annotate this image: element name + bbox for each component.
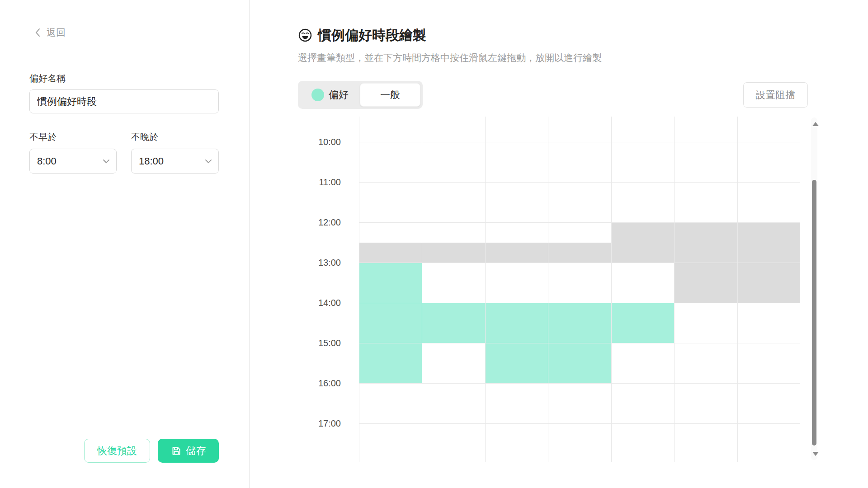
- time-label: 15:00: [309, 338, 341, 348]
- schedule-cell-preferred[interactable]: [422, 303, 485, 343]
- grid-hour-line: [359, 343, 800, 343]
- schedule-cell-general[interactable]: [359, 243, 422, 263]
- schedule-grid-canvas: [359, 117, 800, 462]
- pen-type-toggle: 偏好 一般: [298, 81, 423, 109]
- pen-option-general[interactable]: 一般: [360, 83, 420, 107]
- grid-column-line: [737, 117, 738, 462]
- save-label: 儲存: [186, 444, 206, 458]
- save-icon: [171, 446, 182, 456]
- not-earlier-select[interactable]: 8:00: [29, 149, 117, 174]
- chevron-left-icon: [35, 28, 40, 37]
- schedule-cell-general[interactable]: [485, 243, 548, 263]
- page-title: 慣例偏好時段繪製: [318, 26, 426, 45]
- grid-hour-line: [359, 182, 800, 183]
- save-button[interactable]: 儲存: [158, 439, 219, 463]
- app-root: 返回 偏好名稱 不早於 不晚於 8:00 18:00 恢復預設 儲存 慣例偏好時…: [0, 0, 868, 488]
- grid-column-line: [485, 117, 486, 462]
- grid-hour-line: [359, 383, 800, 384]
- schedule-cell-preferred[interactable]: [548, 303, 611, 343]
- schedule-cell-general[interactable]: [674, 263, 737, 303]
- preference-name-label: 偏好名稱: [29, 72, 66, 84]
- schedule-cell-general[interactable]: [674, 243, 737, 263]
- grid-hour-line: [359, 222, 800, 223]
- schedule-cell-preferred[interactable]: [611, 303, 674, 343]
- sidebar-divider: [249, 0, 250, 488]
- reset-default-button[interactable]: 恢復預設: [84, 439, 150, 463]
- pen-option-preferred[interactable]: 偏好: [300, 83, 360, 107]
- schedule-cell-preferred[interactable]: [485, 303, 548, 343]
- schedule-cell-general[interactable]: [611, 243, 674, 263]
- schedule-cell-preferred[interactable]: [485, 343, 548, 383]
- not-earlier-value: 8:00: [37, 155, 57, 167]
- schedule-cell-general[interactable]: [737, 222, 800, 243]
- grid-column-line: [359, 117, 359, 462]
- smiley-icon: [298, 28, 312, 42]
- sidebar: 返回 偏好名稱 不早於 不晚於 8:00 18:00 恢復預設 儲存: [0, 0, 249, 488]
- not-later-value: 18:00: [139, 155, 164, 167]
- not-earlier-label: 不早於: [29, 131, 57, 143]
- schedule-grid[interactable]: [359, 117, 800, 462]
- schedule-cell-general[interactable]: [737, 263, 800, 303]
- pen-option-general-label: 一般: [380, 88, 400, 102]
- time-label: 13:00: [309, 257, 341, 268]
- chevron-down-icon: [205, 159, 212, 164]
- grid-column-line: [674, 117, 675, 462]
- grid-hour-line: [359, 303, 800, 303]
- grid-hour-line: [359, 142, 800, 142]
- time-label: 16:00: [309, 378, 341, 389]
- not-later-label: 不晚於: [131, 131, 158, 143]
- grid-column-line: [611, 117, 612, 462]
- schedule-cell-general[interactable]: [674, 222, 737, 243]
- back-label: 返回: [47, 26, 66, 39]
- time-label: 11:00: [309, 177, 341, 188]
- page-subtitle: 選擇畫筆類型，並在下方時間方格中按住滑鼠左鍵拖動，放開以進行繪製: [298, 52, 602, 64]
- grid-hour-line: [359, 423, 800, 424]
- preferred-color-dot-icon: [311, 89, 324, 101]
- reset-default-label: 恢復預設: [97, 444, 137, 458]
- set-block-button[interactable]: 設置阻擋: [743, 82, 808, 108]
- scroll-up-arrow-icon[interactable]: [812, 122, 819, 126]
- title-row: 慣例偏好時段繪製: [298, 26, 426, 44]
- set-block-label: 設置阻擋: [756, 89, 796, 101]
- schedule-cell-general[interactable]: [548, 243, 611, 263]
- schedule-cell-general[interactable]: [422, 243, 485, 263]
- schedule-cell-general[interactable]: [611, 222, 674, 243]
- back-button[interactable]: 返回: [35, 26, 66, 39]
- schedule-cell-preferred[interactable]: [359, 263, 422, 303]
- pen-option-preferred-label: 偏好: [329, 88, 349, 102]
- schedule-cell-preferred[interactable]: [548, 343, 611, 383]
- time-label: 14:00: [309, 297, 341, 308]
- grid-hour-line: [359, 263, 800, 263]
- grid-column-line: [548, 117, 548, 462]
- schedule-cell-preferred[interactable]: [359, 343, 422, 383]
- vertical-scrollbar-thumb[interactable]: [812, 180, 816, 446]
- scroll-down-arrow-icon[interactable]: [812, 452, 819, 456]
- schedule-cell-general[interactable]: [737, 243, 800, 263]
- not-later-select[interactable]: 18:00: [131, 149, 219, 174]
- grid-column-line: [800, 117, 800, 462]
- time-label: 17:00: [309, 418, 341, 429]
- time-label: 12:00: [309, 217, 341, 228]
- grid-column-line: [422, 117, 422, 462]
- schedule-cell-preferred[interactable]: [359, 303, 422, 343]
- time-label: 10:00: [309, 136, 341, 147]
- preference-name-input[interactable]: [29, 89, 219, 113]
- chevron-down-icon: [103, 159, 110, 164]
